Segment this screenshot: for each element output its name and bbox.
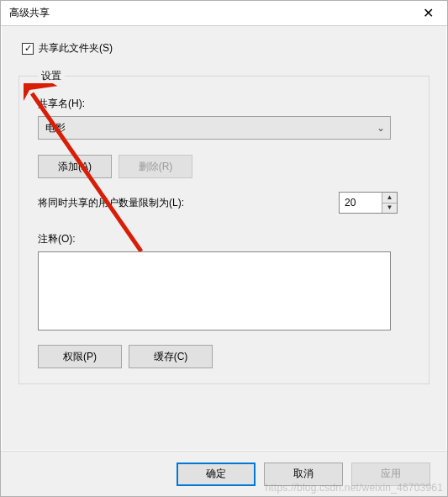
spinner-up-icon[interactable]: ▲: [382, 193, 397, 204]
permissions-button[interactable]: 权限(P): [38, 345, 122, 368]
share-name-label: 共享名(H):: [38, 97, 412, 111]
chevron-down-icon: ⌄: [377, 122, 385, 134]
close-icon: ✕: [423, 5, 434, 21]
add-button[interactable]: 添加(A): [38, 155, 112, 178]
settings-group: 设置 共享名(H): 电影 ⌄ 添加(A) 删除(R) 将同时共享的用户数量限制…: [18, 69, 430, 384]
comment-label: 注释(O):: [38, 232, 412, 246]
spinner-arrows: ▲ ▼: [382, 193, 397, 213]
close-button[interactable]: ✕: [408, 1, 447, 25]
advanced-sharing-dialog: 高级共享 ✕ ✓ 共享此文件夹(S) 设置 共享名(H): 电影 ⌄: [0, 0, 448, 497]
share-folder-label: 共享此文件夹(S): [39, 41, 113, 56]
spinner-down-icon[interactable]: ▼: [382, 204, 397, 214]
ok-button[interactable]: 确定: [177, 463, 256, 486]
check-icon: ✓: [24, 44, 32, 53]
user-limit-value[interactable]: 20: [340, 193, 382, 213]
share-name-value: 电影: [45, 121, 66, 135]
cancel-button[interactable]: 取消: [264, 463, 343, 486]
share-folder-row: ✓ 共享此文件夹(S): [22, 41, 430, 56]
cache-button[interactable]: 缓存(C): [129, 345, 213, 368]
dialog-footer: 确定 取消 应用: [1, 451, 447, 496]
dialog-content: ✓ 共享此文件夹(S) 设置 共享名(H): 电影 ⌄ 添加(A) 删除(R) …: [1, 26, 447, 451]
titlebar: 高级共享 ✕: [1, 1, 447, 26]
apply-button: 应用: [351, 463, 430, 486]
share-name-combobox[interactable]: 电影 ⌄: [38, 116, 391, 140]
share-name-buttons: 添加(A) 删除(R): [38, 155, 412, 178]
share-folder-checkbox[interactable]: ✓: [22, 43, 34, 55]
settings-legend: 设置: [38, 69, 65, 83]
user-limit-label: 将同时共享的用户数量限制为(L):: [38, 196, 184, 210]
dialog-title: 高级共享: [9, 6, 50, 20]
perm-cache-row: 权限(P) 缓存(C): [38, 345, 412, 368]
user-limit-row: 将同时共享的用户数量限制为(L): 20 ▲ ▼: [38, 192, 398, 214]
comment-field[interactable]: [38, 251, 391, 330]
user-limit-spinner[interactable]: 20 ▲ ▼: [339, 192, 398, 214]
remove-button: 删除(R): [119, 155, 192, 178]
